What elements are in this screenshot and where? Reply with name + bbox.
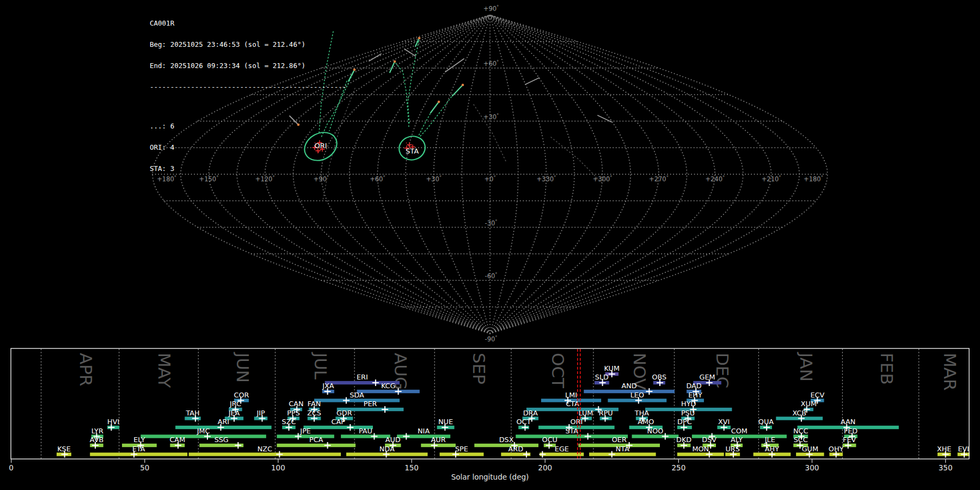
observation-header: CA001R Beg: 20251025 23:46:53 (sol = 212…	[150, 5, 346, 200]
sky-lat-label: +90°	[483, 4, 499, 13]
shower-label-lmi: LMI	[565, 391, 577, 399]
station-id: CA001R	[150, 20, 346, 27]
shower-label-and: AND	[622, 382, 637, 390]
shower-label-leo: LEO	[630, 391, 644, 399]
shower-label-fed: FED	[844, 427, 857, 435]
shower-label-jip: JIP	[256, 409, 265, 417]
sky-lat-label: +60°	[483, 59, 499, 68]
month-label-mar: MAR	[940, 353, 960, 391]
shower-bar-nta	[589, 452, 656, 456]
meteor-begin-dot	[394, 60, 396, 63]
shower-row: LYRJMCJPEPAUNIASTANOOCOMNCCFED	[91, 427, 858, 440]
shower-label-sda: SDA	[350, 391, 364, 399]
shower-label-mon: MON	[692, 445, 709, 453]
shower-label-sld: SLD	[595, 373, 609, 381]
sky-lon-label: +300°	[593, 175, 612, 183]
x-axis-tick-label: 100	[271, 463, 285, 472]
shower-label-ori: ORI	[570, 418, 583, 426]
shower-peak-cross-eri	[372, 379, 379, 386]
shower-bar-sta	[516, 434, 628, 438]
shower-peak-cross-cap	[347, 424, 353, 431]
sporadic-meteor	[445, 59, 464, 72]
x-axis-tick-label: 300	[805, 463, 819, 472]
shower-label-fev: FEV	[843, 436, 856, 444]
shower-label-pca: PCA	[309, 436, 323, 444]
shower-label-qua: QUA	[758, 418, 774, 426]
shower-label-amo: AMO	[638, 418, 654, 426]
shower-bar-noo	[632, 434, 679, 438]
shower-label-tah: TAH	[185, 409, 199, 417]
meteor-begin-dot	[418, 37, 421, 40]
shower-label-eri: ERI	[357, 373, 368, 381]
sky-lat-label: -60°	[485, 272, 498, 280]
sky-lon-label: +210°	[762, 175, 781, 183]
shower-label-hyd: HYD	[681, 400, 696, 408]
shower-label-rpu: RPU	[599, 409, 613, 417]
shower-label-ely: ELY	[133, 436, 145, 444]
x-axis-tick-label: 0	[9, 463, 14, 472]
shower-activity-rows: KUMERISLDOBSGEMJXAKCGANDDADCORSDALMILEOE…	[57, 364, 970, 458]
shower-peak-cross-ssg	[235, 442, 241, 449]
shower-trail	[408, 41, 419, 125]
shower-label-aan: AAN	[841, 418, 855, 426]
shower-label-xcb: XCB	[792, 409, 806, 417]
shower-meteor	[390, 62, 395, 72]
month-label-sep: SEP	[469, 353, 489, 384]
shower-label-aly: ALY	[731, 436, 743, 444]
shower-label-hvi: HVI	[107, 418, 119, 426]
shower-bar-and	[584, 390, 675, 393]
shower-bar-jpe	[277, 434, 334, 438]
shower-trail	[419, 114, 430, 136]
shower-label-cor: COR	[234, 391, 249, 399]
sky-lat-label: +30°	[483, 113, 499, 121]
x-axis-title: Solar longitude (deg)	[451, 473, 529, 481]
shower-label-scc: SCC	[794, 436, 808, 444]
shower-bar-jmc	[140, 434, 266, 438]
shower-label-aur: AUR	[431, 436, 446, 444]
shower-label-pps: PPS	[287, 409, 300, 417]
shower-label-ard: ARD	[509, 445, 524, 453]
shower-trail	[396, 63, 409, 127]
shower-bar-kcg	[357, 390, 420, 393]
shower-peak-cross-sta	[585, 433, 591, 440]
shower-label-dpc: DPC	[677, 418, 692, 426]
shower-bar-pca	[277, 444, 356, 447]
shower-bar-pau	[341, 434, 390, 438]
shower-meteor	[431, 102, 439, 113]
x-axis-tick-label: 250	[671, 463, 685, 472]
shower-label-obs: OBS	[652, 373, 666, 381]
shower-label-avb: AVB	[90, 436, 103, 444]
shower-label-dsx: DSX	[499, 436, 514, 444]
shower-peak-cross-sda	[343, 397, 350, 404]
sky-lon-label: +0°	[484, 175, 495, 183]
shower-label-spe: SPE	[455, 445, 468, 453]
x-axis-tick-label: 200	[538, 463, 552, 472]
shower-label-dsv: DSV	[702, 436, 716, 444]
shower-bar-dsx	[474, 444, 538, 447]
shower-peak-cross-ege	[539, 451, 546, 458]
shower-label-lyr: LYR	[91, 427, 103, 435]
sky-lon-label: +30°	[426, 175, 441, 183]
shower-label-oer: OER	[612, 436, 627, 444]
shower-label-gdr: GDR	[336, 409, 352, 417]
shower-label-jle: JLE	[764, 436, 775, 444]
shower-label-dad: DAD	[686, 382, 701, 390]
shower-peak-cross-ard	[523, 451, 530, 458]
month-label-may: MAY	[155, 353, 174, 388]
month-label-oct: OCT	[548, 353, 568, 389]
shower-label-oct: OCT	[517, 418, 531, 426]
header-separator: ----------------------------------------…	[150, 83, 346, 90]
sky-lon-label: +330°	[536, 175, 556, 183]
sky-lat-label: -90°	[485, 335, 498, 343]
shower-label-ocu: OCU	[542, 436, 558, 444]
sky-grid-meridian	[490, 15, 630, 334]
month-label-jan: JAN	[797, 352, 816, 382]
month-label-apr: APR	[76, 353, 96, 386]
shower-label-ari: ARI	[218, 418, 229, 426]
shower-meteor	[348, 70, 354, 81]
shower-label-ehy: EHY	[688, 391, 702, 399]
shower-label-xhe: XHE	[937, 445, 951, 453]
radiant-sta: STA	[396, 133, 427, 163]
sky-grid-meridian	[350, 15, 490, 334]
sporadic-meteor	[525, 78, 539, 84]
